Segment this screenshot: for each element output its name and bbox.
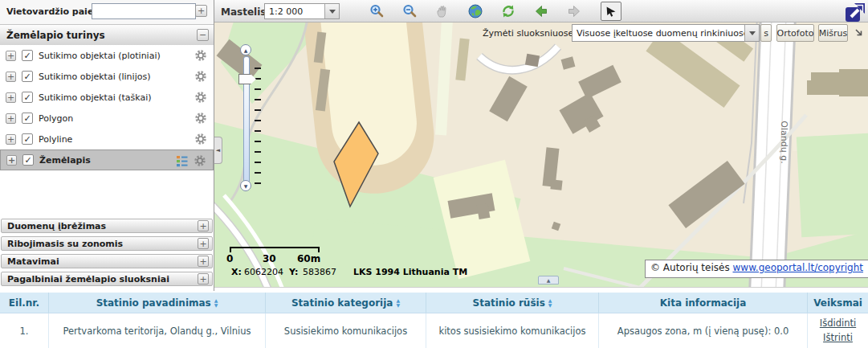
map-toolbar: Mastelis: 1:2 000 xyxy=(214,0,868,23)
layer-item[interactable]: + ✓ Polyline xyxy=(0,129,214,149)
zoom-out-icon[interactable] xyxy=(401,3,418,19)
collapse-bottom-tab[interactable]: ▲ xyxy=(538,276,559,285)
cell-kita-informacija: Apsaugos zona, m (į vieną pusę): 0.0 xyxy=(598,313,807,348)
expand-accordion-button[interactable]: + xyxy=(198,238,209,249)
external-link-icon[interactable] xyxy=(845,2,866,23)
placename-search-row: Vietovardžio paieška: + xyxy=(0,0,214,25)
column-header-sortable[interactable]: Statinio pavadinimas▲▼ xyxy=(48,293,265,313)
table-row: 1. Pertvarkoma teritorija, Olandų g., Vi… xyxy=(0,313,868,348)
layer-checkbox[interactable]: ✓ xyxy=(22,92,33,103)
slider-zoom-out-button[interactable]: ▼ xyxy=(240,180,251,191)
layer-label: Sutikimo objektai (plotiniai) xyxy=(39,51,161,61)
delete-feature-link[interactable]: Ištrinti xyxy=(823,331,853,345)
basemap-button-misrus[interactable]: Mišrus xyxy=(818,24,848,42)
sort-icon[interactable]: ▲▼ xyxy=(396,298,400,307)
crs-label: LKS 1994 Lithuania TM xyxy=(353,267,467,277)
slider-zoom-in-button[interactable]: ▲ xyxy=(240,44,251,55)
zoom-to-feature-link[interactable]: Išdidinti xyxy=(820,317,856,330)
accordion-label: Pagalbiniai žemėlapio sluoksniai xyxy=(7,274,169,285)
expand-layer-icon[interactable]: + xyxy=(6,51,16,61)
gear-icon[interactable] xyxy=(194,49,207,62)
layer-item[interactable]: + ✓ Sutikimo objektai (taškai) xyxy=(0,87,214,108)
collapse-panel-button[interactable]: − xyxy=(197,29,209,41)
expand-layer-icon[interactable]: + xyxy=(6,92,16,103)
building xyxy=(550,179,562,190)
layer-item[interactable]: + ✓ Sutikimo objektai (linijos) xyxy=(0,66,214,87)
column-header: Eil.nr. xyxy=(0,293,48,313)
sort-icon[interactable]: ▲▼ xyxy=(214,298,218,307)
copyright-text: © Autorių teisės xyxy=(650,262,730,273)
expand-layer-icon[interactable]: + xyxy=(6,155,17,166)
layer-checkbox[interactable]: ✓ xyxy=(22,154,34,166)
layer-label: Sutikimo objektai (linijos) xyxy=(39,72,150,82)
pointer-icon xyxy=(604,4,618,18)
layer-item[interactable]: + ✓ Polygon xyxy=(0,108,214,129)
coord-y-value: 583867 xyxy=(303,267,336,277)
layer-item[interactable]: + ✓ Sutikimo objektai (plotiniai) xyxy=(0,45,214,66)
chevron-down-icon[interactable] xyxy=(744,25,759,41)
map-contents-panel-header[interactable]: Žemėlapio turinys − xyxy=(0,24,214,47)
layer-list: + ✓ Sutikimo objektai (plotiniai) + ✓ Su… xyxy=(0,45,214,170)
expand-layer-icon[interactable]: + xyxy=(6,113,16,124)
expand-layer-icon[interactable]: + xyxy=(6,72,16,82)
pointer-tool-button[interactable] xyxy=(601,2,621,21)
expand-accordion-button[interactable]: + xyxy=(198,220,209,231)
scalebar xyxy=(230,247,320,252)
gear-icon[interactable] xyxy=(194,112,207,125)
expand-layer-icon[interactable]: + xyxy=(6,134,16,145)
layer-label: Polygon xyxy=(39,113,73,124)
sidebar: Vietovardžio paieška: + Žemėlapio turiny… xyxy=(0,0,214,291)
chevron-down-icon[interactable] xyxy=(324,4,339,18)
copyright-box: © Autorių teisės www.geoportal.lt/copyri… xyxy=(645,260,868,278)
placename-search-input[interactable] xyxy=(92,3,196,19)
map-contents-title: Žemėlapio turinys xyxy=(6,30,105,41)
forward-icon[interactable] xyxy=(566,3,582,19)
mark-layers-value: Visuose įkeltuose duomenų rinkiniuose xyxy=(573,28,744,39)
add-search-button[interactable]: + xyxy=(195,5,207,17)
zoom-in-icon[interactable] xyxy=(369,3,385,19)
column-header-sortable[interactable]: Statinio rūšis▲▼ xyxy=(426,293,598,313)
street-name-label: Olandų g. xyxy=(778,116,789,169)
accordion-measurements[interactable]: Matavimai + xyxy=(1,254,213,268)
scalebar-tick: 60m xyxy=(297,253,320,264)
gear-icon[interactable] xyxy=(194,91,207,104)
layer-checkbox[interactable]: ✓ xyxy=(22,113,33,124)
scale-select[interactable]: 1:2 000 xyxy=(264,3,340,19)
accordion-zone-limits[interactable]: Ribojimasis su zonomis + xyxy=(1,236,213,251)
refresh-icon[interactable] xyxy=(500,3,516,19)
layer-checkbox[interactable]: ✓ xyxy=(22,133,33,145)
accordion-data-drawing[interactable]: Duomenų įbrėžimas + xyxy=(1,219,213,233)
back-icon[interactable] xyxy=(533,3,549,19)
layer-checkbox[interactable]: ✓ xyxy=(22,50,33,61)
layer-label: Žemėlapis xyxy=(39,155,91,166)
gear-icon[interactable] xyxy=(194,70,207,83)
copyright-link[interactable]: www.geoportal.lt/copyright xyxy=(733,262,864,273)
sort-icon[interactable]: ▲▼ xyxy=(548,298,552,307)
column-header-sortable[interactable]: Statinio kategorija▲▼ xyxy=(265,293,426,313)
coord-x-value: 6062204 xyxy=(244,267,283,277)
building xyxy=(811,72,842,84)
gear-icon[interactable] xyxy=(194,154,206,167)
basemap-button-partial[interactable]: s xyxy=(760,24,772,42)
scale-label: Mastelis: xyxy=(221,6,270,18)
accordion-helper-layers[interactable]: Pagalbiniai žemėlapio sluoksniai + xyxy=(1,272,213,286)
layer-item-selected[interactable]: + ✓ Žemėlapis xyxy=(0,149,214,170)
scalebar-tick: 30 xyxy=(263,253,276,264)
expand-accordion-button[interactable]: + xyxy=(198,256,209,267)
gear-icon[interactable] xyxy=(194,133,207,145)
building xyxy=(525,54,540,68)
table-header-row: Eil.nr. Statinio pavadinimas▲▼ Statinio … xyxy=(0,293,868,313)
collapse-sidebar-tab[interactable]: ◄ xyxy=(214,137,222,164)
basemap-button-ortofoto[interactable]: Ortofoto xyxy=(776,24,814,42)
cell-pavadinimas: Pertvarkoma teritorija, Olandų g., Vilni… xyxy=(48,313,265,348)
pan-icon[interactable] xyxy=(434,3,450,19)
layer-label: Polyline xyxy=(39,134,72,145)
legend-icon[interactable] xyxy=(176,155,188,167)
collapse-corner-icon[interactable] xyxy=(854,28,864,38)
globe-icon[interactable] xyxy=(467,3,483,19)
expand-accordion-button[interactable]: + xyxy=(198,273,209,285)
map-canvas[interactable]: Olandų g. ▲ ▼ ◄ ▲ 0 30 60m X: 6062204 Y:… xyxy=(214,23,868,288)
mark-layers-select[interactable]: Visuose įkeltuose duomenų rinkiniuose xyxy=(572,24,760,42)
layer-checkbox[interactable]: ✓ xyxy=(22,71,33,82)
selected-feature-polygon[interactable] xyxy=(331,119,382,211)
